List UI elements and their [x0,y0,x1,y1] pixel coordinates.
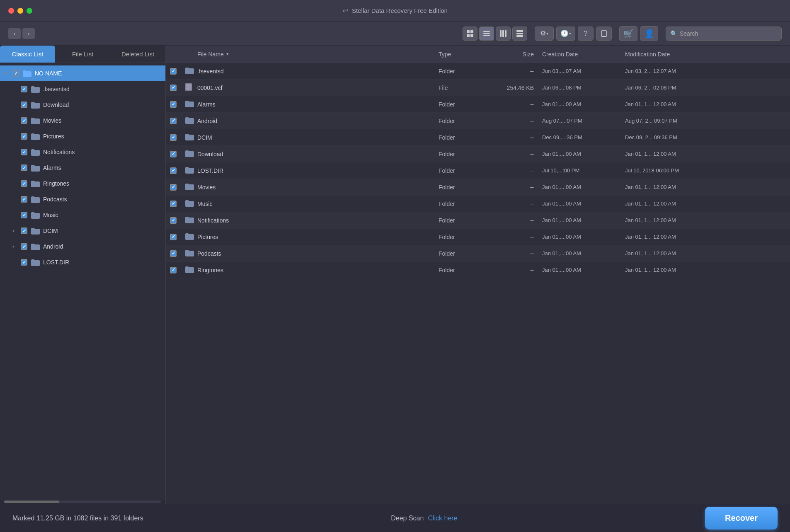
tab-classic-list[interactable]: Classic List [0,46,55,63]
back-nav-button[interactable]: ‹ [8,28,21,39]
file-row[interactable]: Download Folder -- Jan 01,...:00 AM Jan … [166,146,790,162]
scrollbar-track[interactable] [4,501,161,503]
row-check-3[interactable] [170,118,185,124]
checkbox-podcasts[interactable] [21,196,27,203]
checkbox-row-10[interactable] [170,234,177,240]
grid-view-button[interactable] [463,27,477,41]
file-row[interactable]: Alarms Folder -- Jan 01,...:00 AM Jan 01… [166,96,790,113]
tree-item-ringtones[interactable]: Ringtones [0,176,165,191]
cart-button[interactable]: 🛒 [619,26,637,41]
file-row[interactable]: Ringtones Folder -- Jan 01,...:00 AM Jan… [166,262,790,278]
row-check-2[interactable] [170,101,185,108]
checkbox-notifications[interactable] [21,149,27,155]
checkbox-pictures[interactable] [21,133,27,140]
header-name-col[interactable]: File Name ▾ [197,51,439,58]
settings-button[interactable]: ⚙ ▾ [535,27,554,41]
file-row[interactable]: Android Folder -- Aug 07,...:07 PM Aug 0… [166,113,790,129]
row-check-9[interactable] [170,217,185,224]
file-created-header[interactable]: Creation Date [542,51,625,58]
search-input[interactable] [680,30,777,37]
tree-item-movies[interactable]: Movies [0,113,165,128]
tab-file-list[interactable]: File List [55,46,110,63]
checkbox-row-0[interactable] [170,68,177,75]
checkbox-row-3[interactable] [170,118,177,124]
tree-item-music[interactable]: Music [0,207,165,223]
file-row[interactable]: Notifications Folder -- Jan 01,...:00 AM… [166,212,790,229]
tree-item-android[interactable]: › Android [0,239,165,254]
checkbox-android[interactable] [21,243,27,250]
checkbox-row-6[interactable] [170,167,177,174]
tab-deleted-list[interactable]: Deleted List [110,46,165,63]
checkbox-row-8[interactable] [170,201,177,207]
file-row[interactable]: Podcasts Folder -- Jan 01,...:00 AM Jan … [166,245,790,262]
tree-item-alarms[interactable]: Alarms [0,160,165,176]
tree-item-lost-dir[interactable]: LOST.DIR [0,254,165,270]
file-row[interactable]: Music Folder -- Jan 01,...:00 AM Jan 01,… [166,196,790,212]
checkbox-download[interactable] [21,102,27,108]
checkbox-lost-dir[interactable] [21,259,27,266]
row-check-4[interactable] [170,134,185,141]
row-check-12[interactable] [170,267,185,273]
checkbox-fseventsd[interactable] [21,86,27,92]
checkbox-row-9[interactable] [170,217,177,224]
row-check-0[interactable] [170,68,185,75]
list-view-button[interactable] [479,27,494,41]
search-box[interactable]: 🔍 [666,27,782,41]
tree-item-podcasts[interactable]: Podcasts [0,191,165,207]
checkbox-dcim[interactable] [21,227,27,234]
tree-item-notifications[interactable]: Notifications [0,144,165,160]
row-check-8[interactable] [170,201,185,207]
expander-android: › [12,244,21,249]
history-button[interactable]: 🕐 ▾ [556,27,575,41]
forward-nav-button[interactable]: › [22,28,35,39]
checkbox-row-4[interactable] [170,134,177,141]
checkbox-row-5[interactable] [170,151,177,157]
row-check-6[interactable] [170,167,185,174]
row-check-1[interactable] [170,85,185,91]
checkbox-row-11[interactable] [170,250,177,257]
file-type-header[interactable]: Type [439,51,492,58]
checkbox-alarms[interactable] [21,164,27,171]
checkbox-row-12[interactable] [170,267,177,273]
file-modified-header[interactable]: Modification Date [625,51,786,58]
checkbox-music[interactable] [21,212,27,218]
file-row[interactable]: Pictures Folder -- Jan 01,...:00 AM Jan … [166,229,790,245]
checkbox-no-name[interactable] [12,70,19,77]
row-check-5[interactable] [170,151,185,157]
checkbox-row-2[interactable] [170,101,177,108]
minimize-button[interactable] [17,8,23,14]
tree-item-no-name[interactable]: ▾ NO NAME [0,65,165,81]
maximize-button[interactable] [27,8,32,14]
svg-rect-3 [470,34,473,37]
file-size-header[interactable]: Size [492,51,542,58]
help-button[interactable]: ? [578,27,594,41]
tree-item-fseventsd[interactable]: .fseventsd [0,81,165,97]
checkbox-row-7[interactable] [170,184,177,191]
label-notifications: Notifications [43,149,75,155]
row-check-10[interactable] [170,234,185,240]
row-check-7[interactable] [170,184,185,191]
scrollbar-thumb[interactable] [4,501,59,503]
recover-button[interactable]: Recover [705,507,778,530]
file-row[interactable]: LOST.DIR Folder -- Jul 10,...:00 PM Jul … [166,162,790,179]
file-row[interactable]: Movies Folder -- Jan 01,...:00 AM Jan 01… [166,179,790,196]
row-check-11[interactable] [170,250,185,257]
label-music: Music [43,212,58,218]
column-view-button[interactable] [496,27,511,41]
tree-item-pictures[interactable]: Pictures [0,128,165,144]
device-button[interactable] [596,27,612,41]
checkbox-row-1[interactable] [170,85,177,91]
user-button[interactable]: 👤 [640,26,658,41]
detail-view-button[interactable] [512,27,527,41]
checkbox-ringtones[interactable] [21,180,27,187]
tree-item-download[interactable]: Download [0,97,165,113]
close-button[interactable] [8,8,14,14]
file-row[interactable]: .fseventsd Folder -- Jun 03,...:07 AM Ju… [166,63,790,80]
tree-item-dcim[interactable]: › DCIM [0,223,165,239]
file-row[interactable]: 00001.vcf File 254.46 KB Jan 06,...:08 P… [166,80,790,96]
file-row[interactable]: DCIM Folder -- Dec 09,...:36 PM Dec 09, … [166,129,790,146]
svg-rect-0 [467,30,470,33]
checkbox-movies[interactable] [21,117,27,124]
window-controls [8,8,32,14]
click-here-link[interactable]: Click here [428,515,457,522]
